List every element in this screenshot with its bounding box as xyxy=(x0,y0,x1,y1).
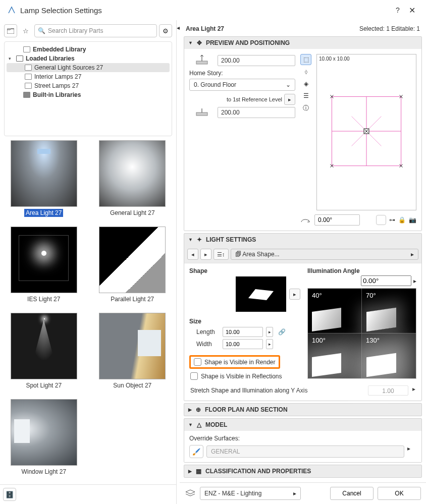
ref-elevation-input[interactable]: 200.00 xyxy=(218,107,295,118)
view-2d-button[interactable]: ⬚ xyxy=(300,54,311,65)
surface-select[interactable]: GENERAL xyxy=(206,445,404,458)
width-stepper[interactable]: ▸ xyxy=(266,339,273,349)
gallery-label: Window Light 27 xyxy=(20,468,68,476)
selection-status: Selected: 1 Editable: 1 xyxy=(359,25,420,32)
visible-in-render-checkbox[interactable] xyxy=(194,358,201,366)
favorites-button[interactable]: ☆ xyxy=(19,24,32,37)
chevron-down-icon: ▼ xyxy=(188,40,193,45)
prev-page-button[interactable]: ◂ xyxy=(187,249,198,260)
width-input[interactable] xyxy=(223,339,263,349)
light-sub-toolbar: ◂ ▸ ☰↕ 🗐 Area Shape...▸ xyxy=(184,246,421,263)
object-preview[interactable]: 10.00 x 10.00 xyxy=(316,54,416,210)
gallery-label: Spot Light 27 xyxy=(24,381,63,389)
ill-label-100: 100° xyxy=(312,337,326,344)
lock-icon: 🔒 xyxy=(398,216,406,223)
dialog-footer: ENZ - M&E - Lighting▸ Cancel OK xyxy=(180,482,426,504)
classification-icon: ▦ xyxy=(196,468,201,475)
layer-select[interactable]: ENZ - M&E - Lighting▸ xyxy=(200,487,301,500)
illumination-angle-label: Illumination Angle xyxy=(307,267,416,274)
gallery-item[interactable]: Window Light 27 xyxy=(3,399,85,480)
panel-classification[interactable]: ▶▦CLASSIFICATION AND PROPERTIES xyxy=(184,465,422,478)
gallery-item[interactable]: General Light 27 xyxy=(92,140,174,221)
panel-preview: ▼✥PREVIEW AND POSITIONING 200.00 Home St… xyxy=(184,36,422,231)
length-label: Length xyxy=(189,328,220,335)
shape-label: Shape xyxy=(189,267,300,274)
object-name: Area Light 27 xyxy=(186,25,224,32)
panel-model: ▼△MODEL Override Surfaces: 🖌️ GENERAL ▸ xyxy=(184,418,422,463)
tree-item-loaded[interactable]: ▾Loaded Libraries xyxy=(7,54,170,63)
view-front-button[interactable]: ⎀ xyxy=(300,66,311,77)
cancel-button[interactable]: Cancel xyxy=(330,487,374,500)
library-tree[interactable]: Embedded Library ▾Loaded Libraries Gener… xyxy=(4,41,172,136)
preview-mode-toolbar: ⬚ ⎀ ◈ ☰ ⓘ xyxy=(300,54,311,210)
parts-gallery: Area Light 27 General Light 27 IES Light… xyxy=(0,136,176,484)
mirror-toggle[interactable] xyxy=(376,215,386,225)
illumination-angle-input[interactable] xyxy=(361,275,411,286)
length-stepper[interactable]: ▸ xyxy=(266,327,273,337)
page-icon: 🗐 xyxy=(235,251,241,258)
view-elevation-button[interactable]: ☰ xyxy=(300,90,311,101)
folder-icon xyxy=(7,28,14,34)
home-story-select[interactable]: 0. Ground Floor⌄ xyxy=(189,79,295,91)
visible-in-reflections-label: Shape is Visible in Reflections xyxy=(201,373,282,380)
elevation-input[interactable]: 200.00 xyxy=(218,55,295,66)
gallery-item[interactable]: Spot Light 27 xyxy=(3,313,85,394)
link-icon[interactable]: 🔗 xyxy=(278,328,286,335)
override-surfaces-label: Override Surfaces: xyxy=(189,435,416,442)
size-label: Size xyxy=(189,318,300,325)
gallery-item[interactable]: Parallel Light 27 xyxy=(92,227,174,308)
length-input[interactable] xyxy=(223,327,263,337)
gallery-item[interactable]: Area Light 27 xyxy=(3,140,85,221)
panel-header-preview[interactable]: ▼✥PREVIEW AND POSITIONING xyxy=(184,37,421,49)
search-input[interactable]: 🔍 Search Library Parts xyxy=(34,24,157,37)
library-panel: ☆ 🔍 Search Library Parts ⚙ Embedded Libr… xyxy=(0,20,177,504)
reference-level-arrow[interactable]: ▸ xyxy=(284,94,295,105)
width-label: Width xyxy=(189,341,220,348)
tree-item-street-lamps[interactable]: Street Lamps 27 xyxy=(7,81,170,90)
help-button[interactable]: ? xyxy=(391,3,405,17)
folder-icon xyxy=(25,74,32,80)
view-info-button[interactable]: ⓘ xyxy=(300,102,311,114)
panel-floorplan[interactable]: ▶⊕FLOOR PLAN AND SECTION xyxy=(184,403,422,416)
surface-override-toggle[interactable]: 🖌️ xyxy=(189,445,203,458)
window-title: Lamp Selection Settings xyxy=(20,6,391,15)
library-manager-button[interactable]: 🗄️ xyxy=(3,488,16,501)
next-page-button[interactable]: ▸ xyxy=(200,249,211,260)
list-button[interactable]: ☰↕ xyxy=(214,249,229,260)
view-3d-button[interactable]: ◈ xyxy=(300,78,311,89)
chevron-right-icon: ▶ xyxy=(188,469,192,474)
illumination-preview-grid[interactable]: 40° 70° 100° 130° xyxy=(307,288,416,379)
light-icon: ✦ xyxy=(197,236,202,243)
surface-arrow[interactable]: ▸ xyxy=(407,445,416,458)
visible-in-reflections-checkbox[interactable] xyxy=(190,372,198,380)
stretch-stepper[interactable]: ▸ xyxy=(412,385,415,396)
link-icon: ⊶ xyxy=(389,216,395,223)
gallery-item[interactable]: Sun Object 27 xyxy=(92,313,174,394)
ill-label-70: 70° xyxy=(366,292,376,299)
app-logo-icon xyxy=(7,6,16,15)
folder-view-button[interactable] xyxy=(4,24,17,37)
panel-header-light[interactable]: ▼✦LIGHT SETTINGS xyxy=(184,234,421,246)
tree-item-builtin[interactable]: Built-in Libraries xyxy=(7,90,170,99)
chevron-down-icon: ▾ xyxy=(9,56,14,61)
close-button[interactable]: ✕ xyxy=(405,3,419,17)
illumination-angle-stepper[interactable]: ▸ xyxy=(413,277,416,285)
tree-item-embedded[interactable]: Embedded Library xyxy=(7,45,170,54)
ill-label-130: 130° xyxy=(366,337,380,344)
panel-header-model[interactable]: ▼△MODEL xyxy=(184,419,421,431)
tree-item-general-lights[interactable]: General Light Sources 27 xyxy=(7,63,170,72)
area-shape-select[interactable]: 🗐 Area Shape...▸ xyxy=(231,249,419,260)
shape-next-button[interactable]: ▸ xyxy=(289,289,300,300)
folder-icon xyxy=(25,83,32,89)
gallery-item[interactable]: IES Light 27 xyxy=(3,227,85,308)
tree-item-interior-lamps[interactable]: Interior Lamps 27 xyxy=(7,72,170,81)
stretch-value[interactable]: 1.00 xyxy=(368,385,408,396)
ok-button[interactable]: OK xyxy=(378,487,421,500)
rotation-input[interactable] xyxy=(314,214,360,226)
camera-icon: 📷 xyxy=(409,216,416,223)
settings-gear-button[interactable]: ⚙ xyxy=(159,24,172,37)
chevron-down-icon: ▼ xyxy=(188,237,193,242)
home-story-label: Home Story: xyxy=(189,70,295,77)
gallery-label: IES Light 27 xyxy=(26,295,62,303)
library-icon xyxy=(23,92,30,98)
